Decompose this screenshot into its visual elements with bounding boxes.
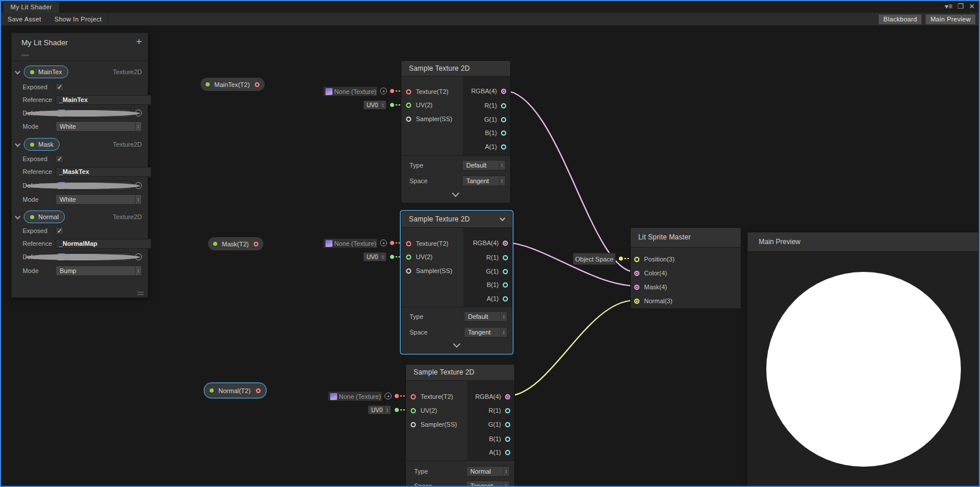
sampler-port-icon[interactable] (411, 422, 416, 427)
rgba-port-icon[interactable] (503, 241, 508, 246)
object-picker-icon[interactable] (135, 253, 142, 260)
g-port-icon[interactable] (503, 269, 508, 274)
sampler-port-icon[interactable] (406, 268, 411, 274)
port-row-sampler[interactable]: Sampler(SS) (406, 419, 457, 430)
port-row-rgba[interactable]: RGBA(4) (461, 237, 512, 249)
port-row-b[interactable]: B(1) (459, 127, 510, 139)
port-row-normal[interactable]: Normal(3) (631, 295, 672, 307)
b-port-icon[interactable] (503, 282, 508, 288)
node-header[interactable]: Sample Texture 2D (401, 212, 512, 228)
rgba-port-icon[interactable] (505, 394, 510, 399)
collapse-preview-chevron-icon[interactable] (453, 340, 460, 348)
texture-port-icon[interactable] (406, 241, 411, 246)
space-dropdown[interactable]: Tangent↕ (462, 176, 506, 186)
a-port-icon[interactable] (503, 296, 508, 301)
node-sample-texture-2d-2[interactable]: Sample Texture 2D Texture(T2) UV(2) Samp… (401, 211, 513, 354)
exposed-checkbox[interactable] (56, 155, 64, 163)
collapse-preview-chevron-icon[interactable] (452, 190, 459, 197)
b-port-icon[interactable] (505, 437, 510, 442)
port-row-b[interactable]: B(1) (461, 279, 512, 290)
port-row-sampler[interactable]: Sampler(SS) (401, 113, 452, 125)
exposed-checkbox[interactable] (56, 227, 64, 235)
b-port-icon[interactable] (501, 130, 506, 136)
foldout-chevron-icon[interactable] (15, 213, 21, 219)
port-row-texture[interactable]: Texture(T2) (401, 238, 448, 249)
port-row-g[interactable]: G(1) (459, 114, 510, 125)
main-preview-panel[interactable]: Main Preview (747, 232, 979, 486)
port-row-g[interactable]: G(1) (463, 419, 514, 430)
property-pill-maintex[interactable]: MainTex (24, 66, 68, 78)
reference-input[interactable] (56, 239, 151, 249)
port-row-g[interactable]: G(1) (461, 266, 512, 277)
object-picker-icon[interactable] (135, 182, 142, 189)
main-preview-header[interactable]: Main Preview (748, 232, 978, 252)
main-preview-toggle-button[interactable]: Main Preview (925, 14, 976, 25)
blackboard-panel[interactable]: My Lit Shader + MainTex Texture2D Expose… (11, 32, 148, 298)
port-row-b[interactable]: B(1) (463, 433, 514, 445)
port-row-r[interactable]: R(1) (459, 100, 510, 111)
rgba-port-icon[interactable] (501, 89, 506, 94)
uv-channel-dropdown-1[interactable]: UV0↕ (363, 100, 386, 110)
uv-channel-dropdown-3[interactable]: UV0↕ (368, 405, 391, 415)
texture-default-field-2[interactable]: None (Texture) (323, 238, 378, 248)
r-port-icon[interactable] (505, 408, 510, 413)
sampler-port-icon[interactable] (406, 117, 411, 122)
g-port-icon[interactable] (501, 117, 506, 122)
normal-port-icon[interactable] (634, 299, 639, 304)
port-texture-output[interactable] (255, 82, 259, 87)
port-row-position[interactable]: Position(3) (631, 253, 675, 265)
port-row-a[interactable]: A(1) (459, 141, 510, 152)
reference-input[interactable] (56, 95, 151, 105)
r-port-icon[interactable] (503, 255, 508, 260)
window-tab[interactable]: My Lit Shader (3, 2, 59, 13)
window-menu-icon[interactable]: ▾≡ (945, 2, 952, 11)
a-port-icon[interactable] (501, 144, 506, 150)
mode-dropdown[interactable]: Bump↕ (56, 266, 142, 276)
type-dropdown[interactable]: Default↕ (464, 311, 507, 322)
port-texture-output[interactable] (256, 388, 261, 393)
exposed-checkbox[interactable] (56, 83, 64, 91)
port-row-uv[interactable]: UV(2) (401, 251, 433, 263)
port-row-color[interactable]: Color(4) (631, 267, 667, 279)
mode-dropdown[interactable]: White↕ (56, 121, 142, 132)
close-icon[interactable]: ✕ (969, 2, 975, 11)
node-header[interactable]: Sample Texture 2D (406, 365, 514, 381)
foldout-chevron-icon[interactable] (15, 141, 21, 147)
chevron-down-icon[interactable] (500, 216, 506, 221)
texture-default-field-3[interactable]: None (Texture) (328, 391, 382, 401)
port-texture-output[interactable] (254, 242, 258, 246)
texture-port-icon[interactable] (406, 89, 411, 95)
mask-port-icon[interactable] (634, 285, 639, 290)
position-port-icon[interactable] (634, 257, 639, 262)
position-space-dropdown[interactable]: Object Space (573, 253, 616, 265)
blackboard-toggle-button[interactable]: Blackboard (878, 14, 922, 25)
port-row-texture[interactable]: Texture(T2) (406, 391, 453, 402)
object-picker-icon[interactable] (385, 392, 392, 399)
object-picker-icon[interactable] (135, 110, 142, 117)
main-preview-viewport[interactable] (748, 252, 978, 485)
port-row-a[interactable]: A(1) (461, 293, 512, 304)
port-row-a[interactable]: A(1) (463, 446, 514, 458)
node-header[interactable]: Lit Sprite Master (631, 228, 741, 248)
node-sample-texture-2d-1[interactable]: Sample Texture 2D Texture(T2) UV(2) Samp… (401, 60, 511, 203)
port-row-r[interactable]: R(1) (463, 405, 514, 416)
port-row-sampler[interactable]: Sampler(SS) (401, 265, 452, 277)
texture-port-icon[interactable] (411, 394, 416, 399)
port-row-texture[interactable]: Texture(T2) (401, 86, 448, 97)
node-sample-texture-2d-3[interactable]: Sample Texture 2D Texture(T2) UV(2) Samp… (405, 364, 515, 487)
property-node-mask[interactable]: Mask(T2) (207, 237, 264, 251)
foldout-chevron-icon[interactable] (15, 68, 21, 74)
object-picker-icon[interactable] (380, 88, 387, 95)
save-asset-button[interactable]: Save Asset (1, 13, 48, 26)
mode-dropdown[interactable]: White↕ (56, 194, 142, 205)
port-row-rgba[interactable]: RGBA(4) (459, 85, 510, 97)
a-port-icon[interactable] (505, 450, 510, 455)
add-property-button[interactable]: + (136, 36, 142, 48)
maximize-icon[interactable]: ❐ (957, 2, 964, 11)
texture-default-field-1[interactable]: None (Texture) (323, 86, 378, 96)
property-node-maintex[interactable]: MainTex(T2) (200, 77, 265, 92)
port-row-uv[interactable]: UV(2) (406, 405, 437, 416)
reference-input[interactable] (56, 167, 151, 177)
edge-rgba1-to-color[interactable] (503, 90, 635, 272)
uv-port-icon[interactable] (411, 408, 416, 413)
